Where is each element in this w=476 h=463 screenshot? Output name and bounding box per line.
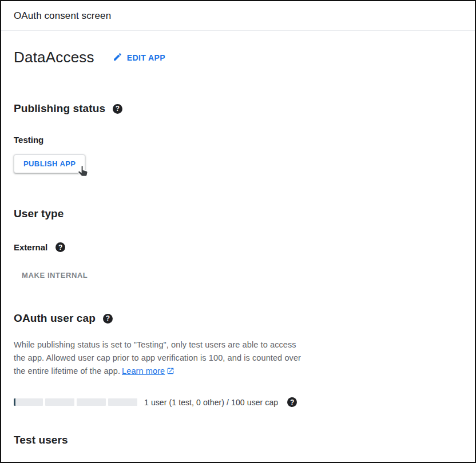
user-type-help-icon[interactable]: ? [55, 242, 65, 252]
main-content: DataAccess EDIT APP Publishing status ? … [1, 49, 475, 446]
user-cap-progress-bar [14, 398, 137, 406]
oauth-consent-screen-page: OAuth consent screen DataAccess EDIT APP… [0, 0, 476, 463]
app-header-row: DataAccess EDIT APP [14, 49, 462, 66]
user-type-value: External [14, 242, 47, 252]
test-users-heading-text: Test users [14, 434, 68, 446]
page-header: OAuth consent screen [1, 1, 475, 31]
user-cap-usage-text: 1 user (1 test, 0 other) / 100 user cap [144, 398, 278, 407]
oauth-user-cap-heading-text: OAuth user cap [14, 312, 96, 325]
progress-segment [45, 398, 74, 406]
external-link-icon [166, 366, 174, 379]
test-users-heading: Test users [14, 434, 462, 446]
app-name: DataAccess [14, 49, 94, 66]
publishing-status-heading: Publishing status ? [14, 102, 462, 115]
publishing-status-value: Testing [14, 135, 462, 145]
user-cap-help-icon[interactable]: ? [287, 397, 297, 407]
oauth-user-cap-help-icon[interactable]: ? [103, 314, 113, 324]
progress-segment [14, 398, 43, 406]
publishing-status-help-icon[interactable]: ? [113, 104, 122, 114]
test-users-section: Test users [14, 434, 462, 446]
edit-app-label: EDIT APP [127, 53, 165, 62]
progress-segment [108, 398, 137, 406]
user-type-section: User type External ? MAKE INTERNAL [14, 207, 462, 282]
progress-segment [77, 398, 106, 406]
pencil-icon [113, 52, 122, 63]
user-type-heading-text: User type [14, 207, 64, 220]
user-cap-usage-row: 1 user (1 test, 0 other) / 100 user cap … [14, 397, 462, 407]
publishing-status-heading-text: Publishing status [14, 102, 105, 115]
learn-more-link[interactable]: Learn more [122, 366, 165, 376]
publish-app-button[interactable]: PUBLISH APP [14, 154, 85, 173]
make-internal-button[interactable]: MAKE INTERNAL [22, 269, 88, 282]
oauth-user-cap-section: OAuth user cap ? While publishing status… [14, 312, 462, 407]
publishing-status-section: Publishing status ? Testing PUBLISH APP [14, 102, 462, 173]
edit-app-button[interactable]: EDIT APP [112, 50, 166, 66]
user-type-value-row: External ? [14, 242, 462, 252]
user-cap-progress-fill [14, 398, 15, 406]
page-title: OAuth consent screen [14, 10, 111, 22]
oauth-user-cap-heading: OAuth user cap ? [14, 312, 462, 325]
publish-app-button-wrap: PUBLISH APP [14, 154, 85, 173]
user-type-heading: User type [14, 207, 462, 220]
oauth-user-cap-description: While publishing status is set to "Testi… [14, 338, 462, 379]
